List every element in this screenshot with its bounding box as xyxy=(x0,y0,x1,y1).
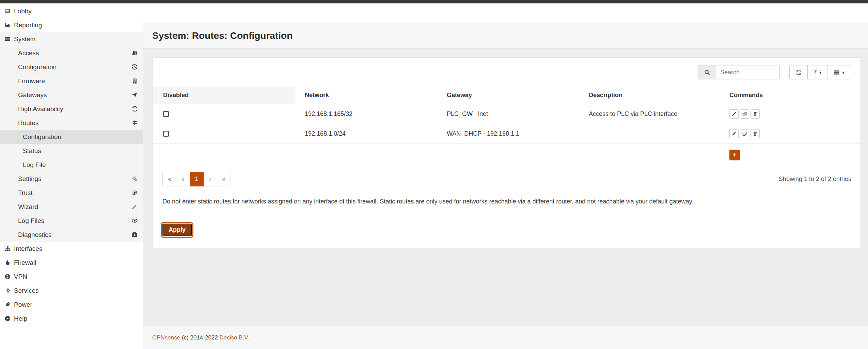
sidebar-item-help[interactable]: Help xyxy=(0,312,143,325)
pagination-first-button[interactable]: « xyxy=(162,172,176,186)
sidebar-item-services[interactable]: Services xyxy=(0,284,143,298)
cell-commands xyxy=(719,124,861,144)
cell-gateway: PLC_GW - inet xyxy=(437,104,579,124)
grid-buttons: 7 ▾ ▾ xyxy=(789,65,851,79)
users-icon xyxy=(132,50,138,56)
column-header-disabled[interactable]: Disabled xyxy=(153,87,295,104)
page-size-value: 7 xyxy=(814,69,817,76)
eye-icon xyxy=(132,218,138,224)
edit-button[interactable] xyxy=(729,109,739,119)
sidebar-item-trust-sub[interactable]: Trust xyxy=(0,186,143,200)
footer-copyright-text: (c) 2014-2022 xyxy=(182,334,218,341)
sidebar-item-routes-sub[interactable]: Routes xyxy=(0,116,143,130)
apply-button[interactable]: Apply xyxy=(162,224,192,236)
sidebar-item-label: Interfaces xyxy=(14,245,42,253)
plug-icon xyxy=(5,302,11,307)
cert-icon xyxy=(132,190,138,196)
column-header-commands: Commands xyxy=(719,87,861,104)
add-cell xyxy=(719,144,861,167)
cogs-icon xyxy=(132,176,138,182)
sidebar-item-label: Services xyxy=(14,287,39,294)
clone-button[interactable] xyxy=(740,129,749,138)
sidebar-item-wizard-sub[interactable]: Wizard xyxy=(0,200,143,214)
cell-disabled xyxy=(153,124,295,144)
history-icon xyxy=(132,64,138,70)
disabled-checkbox[interactable] xyxy=(163,111,169,117)
search-input[interactable] xyxy=(716,65,780,79)
opnsense-link[interactable]: OPNsense xyxy=(152,334,180,341)
column-header-network[interactable]: Network xyxy=(295,87,437,104)
sidebar-item-label: Settings xyxy=(18,175,42,183)
sidebar-item-log-file-subsub[interactable]: Log File xyxy=(0,158,143,172)
pagination-page-1-button[interactable]: 1 xyxy=(190,172,204,186)
caret-down-icon: ▾ xyxy=(819,70,822,75)
ring-icon xyxy=(5,316,11,321)
globe-icon xyxy=(5,274,11,279)
sidebar-item-system[interactable]: System xyxy=(0,32,143,46)
search-icon xyxy=(704,70,710,75)
sitemap-icon xyxy=(5,246,11,252)
laptop-icon xyxy=(5,8,11,14)
add-route-row xyxy=(153,144,861,167)
sidebar-nav: LobbyReportingSystemAccessConfigurationF… xyxy=(0,3,143,326)
column-header-gateway[interactable]: Gateway xyxy=(437,87,579,104)
sync-icon xyxy=(132,106,138,112)
pencil-icon xyxy=(732,112,736,116)
help-text: Do not enter static routes for networks … xyxy=(162,198,851,205)
sidebar-item-configuration-sub[interactable]: Configuration xyxy=(0,60,143,74)
sidebar-item-high-availability-sub[interactable]: High Availability xyxy=(0,102,143,116)
add-route-button[interactable] xyxy=(729,150,740,160)
title-band: System: Routes: Configuration xyxy=(143,23,868,49)
sidebar-item-settings-sub[interactable]: Settings xyxy=(0,172,143,186)
sidebar-item-firewall[interactable]: Firewall xyxy=(0,256,143,270)
table-row: 192.168.1.0/24WAN_DHCP - 192.168.1.1 xyxy=(153,124,861,144)
sidebar-item-label: Firewall xyxy=(14,259,36,267)
sync-icon xyxy=(796,70,802,75)
footer-sidebar-area xyxy=(0,326,143,349)
cell-gateway: WAN_DHCP - 192.168.1.1 xyxy=(437,124,579,144)
sidebar-item-label: Diagnostics xyxy=(18,231,51,239)
sidebar-item-status-subsub[interactable]: Status xyxy=(0,144,143,158)
sidebar-item-label: Help xyxy=(14,315,27,322)
magic-icon xyxy=(132,204,138,210)
header-strip xyxy=(143,3,868,23)
trash-icon xyxy=(753,132,757,136)
page-size-dropdown[interactable]: 7 ▾ xyxy=(807,65,827,79)
table-row: 192.168.1.165/32PLC_GW - inetAccess to P… xyxy=(153,104,861,124)
sidebar-item-access-sub[interactable]: Access xyxy=(0,46,143,60)
sidebar-item-interfaces[interactable]: Interfaces xyxy=(0,242,143,256)
deciso-link[interactable]: Deciso B.V. xyxy=(220,334,249,341)
sidebar-item-label: Access xyxy=(18,49,39,57)
top-bar xyxy=(0,0,868,3)
column-header-description[interactable]: Description xyxy=(579,87,719,104)
refresh-button[interactable] xyxy=(790,65,807,79)
sidebar-item-power[interactable]: Power xyxy=(0,298,143,312)
sidebar-item-lobby[interactable]: Lobby xyxy=(0,4,143,18)
edit-button[interactable] xyxy=(729,129,739,138)
clone-icon xyxy=(742,112,747,116)
pagination-prev-button[interactable]: ‹ xyxy=(176,172,190,186)
sidebar-item-configuration-subsub[interactable]: Configuration xyxy=(0,130,143,144)
sidebar-item-label: Firmware xyxy=(18,77,45,85)
clone-button[interactable] xyxy=(740,109,749,119)
columns-dropdown[interactable]: ▾ xyxy=(827,65,851,79)
page-footer: OPNsense (c) 2014-2022 Deciso B.V. xyxy=(0,326,868,349)
sidebar-item-diagnostics-sub[interactable]: Diagnostics xyxy=(0,228,143,242)
sidebar-item-firmware-sub[interactable]: Firmware xyxy=(0,74,143,88)
sidebar-item-reporting[interactable]: Reporting xyxy=(0,18,143,32)
signs-icon xyxy=(132,120,138,126)
pagination-last-button[interactable]: » xyxy=(217,172,231,186)
entries-summary: Showing 1 to 2 of 2 entries xyxy=(779,176,851,183)
table-header-row: Disabled Network Gateway Description Com… xyxy=(153,87,861,104)
sidebar-item-label: Trust xyxy=(18,189,33,197)
medkit-icon xyxy=(132,232,138,238)
delete-button[interactable] xyxy=(751,129,760,138)
sidebar-item-vpn[interactable]: VPN xyxy=(0,270,143,284)
sidebar-item-label: High Availability xyxy=(18,105,63,113)
sidebar-item-log-files-sub[interactable]: Log Files xyxy=(0,214,143,228)
disabled-checkbox[interactable] xyxy=(163,131,169,137)
sidebar-item-gateways-sub[interactable]: Gateways xyxy=(0,88,143,102)
footer-content: OPNsense (c) 2014-2022 Deciso B.V. xyxy=(143,326,868,349)
pagination-next-button[interactable]: › xyxy=(203,172,217,186)
delete-button[interactable] xyxy=(751,109,760,119)
